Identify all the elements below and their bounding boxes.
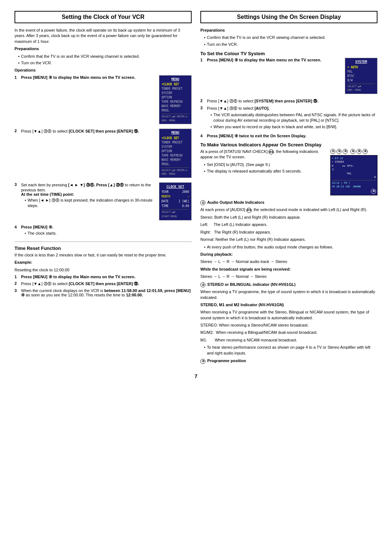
prep-item-r2: Turn on the VCR. bbox=[204, 42, 377, 47]
colour-tv-title: To Set the Colour TV System bbox=[200, 51, 377, 56]
time-reset-title: Time Reset Function bbox=[15, 246, 192, 251]
broadcast-text: Stereo → L → R → Normal → Stereo bbox=[200, 274, 377, 279]
m1m2-item: M1/M2: When receiving a Bilingual/NICAM … bbox=[200, 330, 377, 335]
stereo-subitem: To hear stereo performance connect as sh… bbox=[204, 345, 377, 356]
osd-diagram: • D① 22 • STEREO R ►► SP②— ⑦ PAL ⑧ 12/12… bbox=[330, 155, 377, 195]
tr-step-num-2: 2 bbox=[15, 281, 20, 285]
step-4-text: Press [MENU] ⑨. The clock starts. bbox=[21, 225, 192, 238]
colour-step-3-text: Press [▼▲] ⑳⑧ to select [AUTO]. The VCR … bbox=[207, 106, 377, 132]
step-num-1: 1 bbox=[15, 75, 20, 80]
programme-position-title: ③ Programme position bbox=[200, 358, 377, 364]
time-reset-intro: If the clock is less than 2 minutes slow… bbox=[15, 252, 192, 258]
stereo-item: STEREO: When receiving a Stereo/NICAM st… bbox=[200, 323, 377, 328]
step-2-text: Press [▼▲] ⑳⑧ to select [CLOCK SET] then… bbox=[21, 129, 156, 134]
stereo-bilingual-intro: When receiving a TV programme, the type … bbox=[200, 289, 377, 300]
audio-indicator-intro: At each press of [AUDIO] ②①, the selecte… bbox=[200, 207, 377, 213]
prep-item-r1: Confirm that the TV is on and the VCR vi… bbox=[204, 35, 377, 40]
indicators-item-2: The display is released automatically af… bbox=[204, 169, 377, 174]
step-3-text: Set each item by pressing [◄ ► ▼] ⑳⑧. Pr… bbox=[21, 182, 156, 211]
circ-3: ③ bbox=[343, 149, 348, 154]
menu-display-right-1: SYSTEM • AUTO PAL NTSC B/W SELECT:▲▼END:… bbox=[345, 58, 377, 94]
example-label: Example: bbox=[15, 260, 192, 265]
right-only: Right: The Right (R) Indicator appears. bbox=[200, 230, 377, 235]
tr-step-3-text: When the current clock displays on the V… bbox=[21, 288, 192, 297]
stereo-m1-m2-title: STEREO, M1 and M2 Indicator (NV-HV61GN) bbox=[200, 302, 377, 308]
colour-step-4-text: Press [MENU] ⑨ twice to exit the On Scre… bbox=[207, 134, 377, 138]
left-section-title: Setting the Clock of Your VCR bbox=[15, 11, 192, 23]
right-column: Settings Using the On Screen Display Pre… bbox=[200, 11, 377, 366]
tr-step-num-3: 3 bbox=[15, 288, 20, 293]
circ-1: ① bbox=[330, 149, 335, 154]
prep-list-right: Confirm that the TV is on and the VCR vi… bbox=[204, 35, 377, 47]
playback-text: Stereo → L → R → Normal audio track → St… bbox=[200, 259, 377, 264]
step-num-3: 3 bbox=[15, 182, 20, 187]
prep-list-left: Confirm that the TV is on and the VCR vi… bbox=[18, 54, 192, 66]
circ-9: ⑨ bbox=[371, 189, 376, 194]
page-number: 7 bbox=[15, 373, 377, 379]
normal-mode: Normal: Neither the Left (L) nor Right (… bbox=[200, 237, 377, 242]
stereo-m1-m2-intro: When receiving a TV programme with the S… bbox=[200, 309, 377, 321]
stereo-bilingual-title: ② STEREO or BILINGUAL indicator (NV-HV61… bbox=[200, 282, 377, 288]
colour-step-num-3: 3 bbox=[200, 106, 205, 110]
tr-step-num-1: 1 bbox=[15, 275, 20, 279]
audio-item-1: At every push of this button, the audio … bbox=[204, 244, 377, 250]
colour-step-num-2: 2 bbox=[200, 98, 205, 103]
step-3-subitem: When [◄ ►] ⑳⑧ is kept pressed, the indic… bbox=[25, 198, 156, 209]
playback-label: During playback: bbox=[200, 252, 377, 257]
step-1-text: Press [MENU] ⑨ to display the Main menu … bbox=[21, 75, 156, 80]
stereo-both: Stereo: Both the Left (L) and Right (R) … bbox=[200, 215, 377, 220]
indicators-item-1: Set [OSD] to [AUTO]. (See page 9.) bbox=[204, 162, 377, 167]
colour-step-num-1: 1 bbox=[200, 58, 205, 62]
clock-set-display: CLOCK SET YEAR2000 MONTH— DATE1 [WE] TIM… bbox=[159, 182, 192, 220]
left-column: Setting the Clock of Your VCR In the eve… bbox=[15, 11, 192, 366]
preparations-label-right: Preparations bbox=[200, 28, 377, 33]
menu-display-1: MENU •CLOCK SET TUNER PRESET SYSTEM OPTI… bbox=[159, 75, 192, 125]
example-text: Resetting the clock to 12:00.00 bbox=[15, 267, 192, 273]
prep-item: Confirm that the TV is on and the VCR vi… bbox=[18, 54, 192, 59]
preparations-label-left: Preparations bbox=[15, 46, 192, 52]
colour-step-1-text: Press [MENU] ⑨ to display the Main menu … bbox=[207, 58, 342, 62]
step-4-subitem: The clock starts. bbox=[25, 231, 192, 236]
audio-items: At every push of this button, the audio … bbox=[204, 244, 377, 250]
stereo-items: To hear stereo performance connect as sh… bbox=[204, 345, 377, 356]
indicators-title: To Make Various Indicators Appear On Scr… bbox=[200, 142, 377, 147]
tr-step-2-text: Press [▼▲] ⑳⑧ to select [CLOCK SET] then… bbox=[21, 281, 192, 287]
prep-item: Turn on the VCR. bbox=[18, 60, 192, 66]
right-section-title: Settings Using the On Screen Display bbox=[200, 11, 377, 23]
audio-indicator-title: ① Audio Output Mode Indicators bbox=[200, 200, 377, 206]
intro-text: In the event of a power failure, the clo… bbox=[15, 28, 192, 44]
operations-label: Operations bbox=[15, 68, 192, 73]
circ-2: ② bbox=[336, 149, 342, 154]
step-num-4: 4 bbox=[15, 225, 20, 229]
m1-item: M1: When receiving a NICAM monaural broa… bbox=[200, 337, 377, 343]
circ-6: ⑥ bbox=[363, 149, 368, 154]
colour-step-3-sub2: When you want to record or play back in … bbox=[211, 124, 377, 130]
circ-5: ⑤ bbox=[356, 149, 362, 154]
left-only: Left: The Left (L) Indicator appears. bbox=[200, 222, 377, 227]
page-container: Setting the Clock of Your VCR In the eve… bbox=[15, 11, 377, 366]
tr-step-1-text: Press [MENU] ⑨ to display the Main menu … bbox=[21, 275, 192, 279]
colour-step-num-4: 4 bbox=[200, 134, 205, 138]
step-num-2: 2 bbox=[15, 129, 20, 133]
menu-display-2: MENU •CLOCK SET TUNER PRESET SYSTEM OPTI… bbox=[159, 129, 192, 178]
colour-step-2-text: Press [▼▲] ⑳⑧ to select [SYSTEM] then pr… bbox=[207, 98, 377, 104]
broadcast-label: While the broadcast signals are being re… bbox=[200, 267, 377, 272]
circ-4: ④ bbox=[350, 149, 355, 154]
colour-step-3-sub1: The VCR automatically distinguishes betw… bbox=[211, 112, 377, 123]
